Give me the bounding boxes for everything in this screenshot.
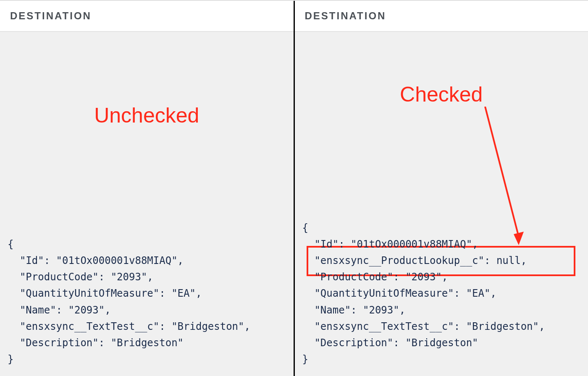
comparison-container: DESTINATION Unchecked { "Id": "01tOx0000…: [0, 0, 588, 376]
left-header: DESTINATION: [0, 1, 294, 32]
right-panel: DESTINATION Checked { "Id": "01tOx000001…: [295, 1, 588, 376]
right-header-label: DESTINATION: [305, 10, 578, 22]
left-body: Unchecked { "Id": "01tOx000001v88MIAQ", …: [0, 32, 294, 376]
left-panel: DESTINATION Unchecked { "Id": "01tOx0000…: [0, 1, 295, 376]
checked-annotation: Checked: [400, 82, 483, 107]
right-code-block: { "Id": "01tOx000001v88MIAQ", "ensxsync_…: [302, 220, 581, 368]
svg-line-0: [485, 107, 519, 237]
left-header-label: DESTINATION: [10, 10, 284, 22]
right-body: Checked { "Id": "01tOx000001v88MIAQ", "e…: [295, 32, 588, 376]
left-code-block: { "Id": "01tOx000001v88MIAQ", "ProductCo…: [8, 236, 286, 368]
right-header: DESTINATION: [295, 1, 588, 32]
unchecked-annotation: Unchecked: [94, 103, 199, 128]
